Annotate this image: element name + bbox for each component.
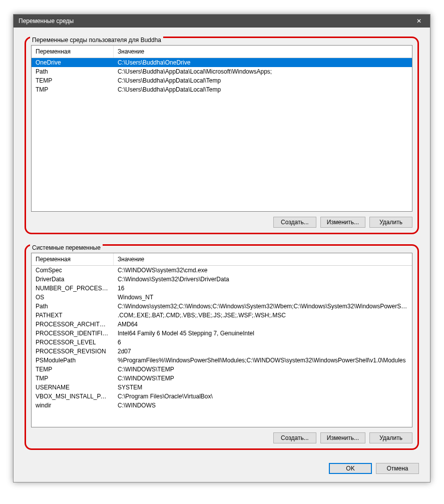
user-vars-label: Переменные среды пользователя для Buddha: [30, 37, 163, 44]
table-row[interactable]: TMPC:\Users\Buddha\AppData\Local\Temp: [32, 85, 412, 94]
var-value-cell: %ProgramFiles%\WindowsPowerShell\Modules…: [114, 356, 412, 365]
system-edit-button[interactable]: Изменить...: [320, 432, 365, 443]
table-row[interactable]: USERNAMESYSTEM: [32, 383, 412, 392]
var-value-cell: 6: [114, 338, 412, 347]
var-name-cell: PROCESSOR_REVISION: [32, 347, 114, 356]
table-row[interactable]: windirC:\WINDOWS: [32, 401, 412, 410]
var-value-cell: C:\WINDOWS: [114, 401, 412, 410]
cancel-button[interactable]: Отмена: [376, 463, 419, 474]
var-name-cell: PATHEXT: [32, 311, 114, 320]
ok-button[interactable]: OK: [329, 463, 372, 474]
system-vars-label: Системные переменные: [30, 244, 103, 251]
system-create-button[interactable]: Создать...: [273, 432, 316, 443]
var-name-cell: OneDrive: [32, 58, 114, 67]
table-row[interactable]: PATHEXT.COM;.EXE;.BAT;.CMD;.VBS;.VBE;.JS…: [32, 311, 412, 320]
table-row[interactable]: PROCESSOR_ARCHITECTUREAMD64: [32, 320, 412, 329]
system-vars-header: Переменная Значение: [32, 253, 412, 266]
dialog-body: Переменные среды пользователя для Buddha…: [14, 28, 430, 482]
system-vars-rows: ComSpecC:\WINDOWS\system32\cmd.exeDriver…: [32, 266, 412, 427]
col-header-name[interactable]: Переменная: [32, 46, 114, 58]
var-name-cell: Path: [32, 67, 114, 76]
var-name-cell: PSModulePath: [32, 356, 114, 365]
table-row[interactable]: PathC:\Users\Buddha\AppData\Local\Micros…: [32, 67, 412, 76]
var-name-cell: PROCESSOR_ARCHITECTURE: [32, 320, 114, 329]
table-row[interactable]: PSModulePath%ProgramFiles%\WindowsPowerS…: [32, 356, 412, 365]
var-value-cell: Windows_NT: [114, 293, 412, 302]
system-delete-button[interactable]: Удалить: [369, 432, 412, 443]
table-row[interactable]: PROCESSOR_REVISION2d07: [32, 347, 412, 356]
var-value-cell: C:\Windows\System32\Drivers\DriverData: [114, 275, 412, 284]
user-edit-button[interactable]: Изменить...: [320, 217, 365, 228]
system-buttons: Создать... Изменить... Удалить: [31, 432, 412, 443]
var-name-cell: PROCESSOR_IDENTIFIER: [32, 329, 114, 338]
col-header-value[interactable]: Значение: [114, 253, 412, 265]
var-name-cell: TEMP: [32, 365, 114, 374]
var-value-cell: C:\Users\Buddha\AppData\Local\Microsoft\…: [114, 67, 412, 76]
table-row[interactable]: TEMPC:\WINDOWS\TEMP: [32, 365, 412, 374]
user-vars-listview[interactable]: Переменная Значение OneDriveC:\Users\Bud…: [31, 45, 412, 212]
titlebar-title: Переменные среды: [19, 18, 74, 25]
table-row[interactable]: TMPC:\WINDOWS\TEMP: [32, 374, 412, 383]
table-row[interactable]: TEMPC:\Users\Buddha\AppData\Local\Temp: [32, 76, 412, 85]
var-value-cell: C:\Windows\system32;C:\Windows;C:\Window…: [114, 302, 412, 311]
var-name-cell: OS: [32, 293, 114, 302]
env-vars-dialog: Переменные среды ✕ Переменные среды поль…: [13, 14, 430, 482]
var-value-cell: C:\Users\Buddha\AppData\Local\Temp: [114, 85, 412, 94]
var-name-cell: PROCESSOR_LEVEL: [32, 338, 114, 347]
var-value-cell: C:\WINDOWS\TEMP: [114, 365, 412, 374]
user-vars-header: Переменная Значение: [32, 46, 412, 58]
table-row[interactable]: DriverDataC:\Windows\System32\Drivers\Dr…: [32, 275, 412, 284]
col-header-value[interactable]: Значение: [114, 46, 412, 58]
var-value-cell: C:\Program Files\Oracle\VirtualBox\: [114, 392, 412, 401]
var-name-cell: TMP: [32, 374, 114, 383]
user-vars-group: Переменные среды пользователя для Buddha…: [25, 37, 419, 234]
var-value-cell: Intel64 Family 6 Model 45 Stepping 7, Ge…: [114, 329, 412, 338]
var-value-cell: 16: [114, 284, 412, 293]
user-buttons: Создать... Изменить... Удалить: [31, 217, 412, 228]
var-value-cell: C:\Users\Buddha\OneDrive: [114, 58, 412, 67]
var-value-cell: C:\Users\Buddha\AppData\Local\Temp: [114, 76, 412, 85]
var-name-cell: NUMBER_OF_PROCESSORS: [32, 284, 114, 293]
titlebar: Переменные среды ✕: [14, 15, 430, 28]
var-value-cell: SYSTEM: [114, 383, 412, 392]
user-create-button[interactable]: Создать...: [273, 217, 316, 228]
var-value-cell: AMD64: [114, 320, 412, 329]
var-name-cell: ComSpec: [32, 266, 114, 275]
dialog-footer: OK Отмена: [25, 460, 419, 475]
table-row[interactable]: PROCESSOR_IDENTIFIERIntel64 Family 6 Mod…: [32, 329, 412, 338]
var-value-cell: C:\WINDOWS\system32\cmd.exe: [114, 266, 412, 275]
table-row[interactable]: OSWindows_NT: [32, 293, 412, 302]
user-vars-rows: OneDriveC:\Users\Buddha\OneDrivePathC:\U…: [32, 58, 412, 211]
var-name-cell: Path: [32, 302, 114, 311]
table-row[interactable]: NUMBER_OF_PROCESSORS16: [32, 284, 412, 293]
var-name-cell: VBOX_MSI_INSTALL_PATH: [32, 392, 114, 401]
col-header-name[interactable]: Переменная: [32, 253, 114, 265]
var-name-cell: DriverData: [32, 275, 114, 284]
table-row[interactable]: VBOX_MSI_INSTALL_PATHC:\Program Files\Or…: [32, 392, 412, 401]
var-name-cell: windir: [32, 401, 114, 410]
user-delete-button[interactable]: Удалить: [369, 217, 412, 228]
system-vars-group: Системные переменные Переменная Значение…: [25, 244, 419, 450]
var-name-cell: TEMP: [32, 76, 114, 85]
table-row[interactable]: ComSpecC:\WINDOWS\system32\cmd.exe: [32, 266, 412, 275]
var-value-cell: .COM;.EXE;.BAT;.CMD;.VBS;.VBE;.JS;.JSE;.…: [114, 311, 412, 320]
system-vars-listview[interactable]: Переменная Значение ComSpecC:\WINDOWS\sy…: [31, 253, 412, 427]
table-row[interactable]: PROCESSOR_LEVEL6: [32, 338, 412, 347]
var-name-cell: USERNAME: [32, 383, 114, 392]
var-value-cell: C:\WINDOWS\TEMP: [114, 374, 412, 383]
table-row[interactable]: OneDriveC:\Users\Buddha\OneDrive: [32, 58, 412, 67]
table-row[interactable]: PathC:\Windows\system32;C:\Windows;C:\Wi…: [32, 302, 412, 311]
var-name-cell: TMP: [32, 85, 114, 94]
close-icon[interactable]: ✕: [408, 15, 430, 28]
var-value-cell: 2d07: [114, 347, 412, 356]
